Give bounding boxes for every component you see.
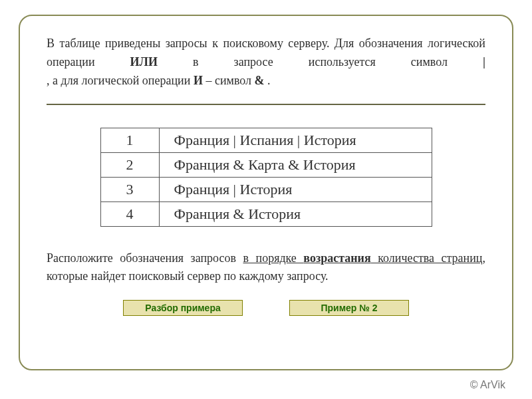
button-row: Разбор примера Пример № 2 bbox=[47, 300, 485, 316]
or-word: ИЛИ bbox=[130, 55, 158, 68]
task-part: Расположите обозначения запросов bbox=[47, 251, 243, 265]
table-row: 2 Франция & Карта & История bbox=[100, 152, 432, 177]
copyright: © ArVik bbox=[470, 379, 505, 391]
intro-part: – символ bbox=[205, 74, 254, 87]
table-row: 3 Франция | История bbox=[100, 177, 432, 201]
task-text: Расположите обозначения запросов в поряд… bbox=[47, 249, 485, 285]
query-table: 1 Франция | Испания | История 2 Франция … bbox=[100, 128, 432, 227]
row-query: Франция & Карта & История bbox=[159, 152, 432, 177]
table-row: 4 Франция & История bbox=[100, 201, 432, 226]
divider bbox=[47, 104, 485, 105]
intro-part: . bbox=[267, 74, 271, 87]
content-frame: В таблице приведены запросы к поисковому… bbox=[19, 15, 513, 370]
task-underline: в порядке bbox=[243, 251, 304, 265]
and-word: И bbox=[194, 74, 203, 87]
task-underline-bold: возрастания bbox=[303, 251, 370, 265]
row-number: 3 bbox=[100, 177, 159, 201]
intro-part: , а для логической операции bbox=[47, 74, 194, 87]
row-query: Франция & История bbox=[159, 201, 432, 226]
task-underline: количества страниц bbox=[371, 251, 483, 265]
analyze-example-button[interactable]: Разбор примера bbox=[123, 300, 243, 316]
row-query: Франция | Испания | История bbox=[159, 128, 432, 152]
table-row: 1 Франция | Испания | История bbox=[100, 128, 432, 152]
intro-part: в запросе используется символ bbox=[193, 55, 483, 68]
example-2-button[interactable]: Пример № 2 bbox=[289, 300, 409, 316]
row-query: Франция | История bbox=[159, 177, 432, 201]
intro-text: В таблице приведены запросы к поисковому… bbox=[47, 35, 485, 90]
amp-symbol: & bbox=[255, 74, 265, 87]
row-number: 4 bbox=[100, 201, 159, 226]
row-number: 2 bbox=[100, 152, 159, 177]
pipe-symbol: | bbox=[483, 55, 485, 68]
row-number: 1 bbox=[100, 128, 159, 152]
